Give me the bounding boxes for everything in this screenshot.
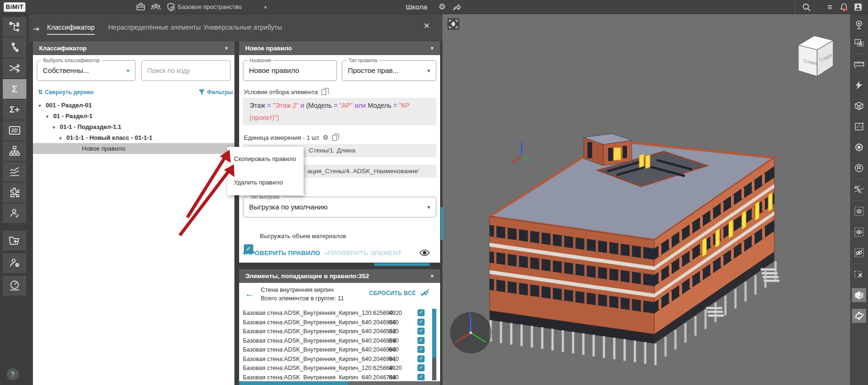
copy-icon[interactable] [332, 135, 337, 141]
bottom-scrollbar-track[interactable] [239, 381, 440, 385]
org-chart-icon[interactable] [3, 141, 26, 161]
tree-item[interactable]: ▼01-1 - Подраздел-1.1 [33, 121, 234, 132]
menu-item-delete-rule[interactable]: Удалить правило [234, 179, 283, 186]
dashboard-gauge-icon[interactable] [3, 276, 26, 296]
element-row[interactable]: Базовая стена:ADSK_Внутренняя_Кирпич_640… [243, 373, 431, 381]
3d-viewport[interactable]: Слева Сзади Z X Y [442, 14, 850, 385]
element-checkbox[interactable] [418, 355, 425, 362]
menu-item-copy-rule[interactable]: Скопировать правило [234, 155, 296, 162]
flag-marker-icon[interactable] [852, 161, 866, 175]
menu-list-icon[interactable]: ≡ [825, 2, 835, 12]
check-rule-button[interactable]: •ПРОВЕРИТЬ ПРАВИЛО [243, 249, 320, 258]
classifier-select[interactable]: Выбрать классификатор Собственны... ▼ [37, 60, 136, 81]
element-checkbox[interactable] [418, 364, 425, 371]
isolate-element-icon[interactable] [852, 204, 866, 218]
element-row[interactable]: Базовая стена:ADSK_Внутренняя_Кирпич_640… [243, 355, 431, 364]
section-box-icon[interactable] [852, 99, 866, 113]
filters-button[interactable]: Фильтры [199, 88, 233, 96]
check-element-button[interactable]: •ПРОВЕРИТЬ ЭЛЕМЕНТ [325, 249, 402, 258]
element-row[interactable]: Базовая стена:ADSK_Внутренняя_Кирпич_640… [243, 337, 431, 345]
classifier-tree-icon[interactable] [3, 17, 26, 37]
bottom-scrollbar-thumb[interactable] [239, 381, 348, 385]
selection-frames-icon[interactable] [852, 36, 866, 50]
tab-universal[interactable]: Универсальные атрибуты [203, 24, 282, 31]
relations-icon[interactable] [3, 38, 26, 57]
copy-icon[interactable] [321, 89, 326, 95]
element-checkbox[interactable] [418, 346, 425, 353]
tab-classifier[interactable]: Классификатор [47, 24, 95, 35]
element-checkbox[interactable] [418, 337, 425, 344]
charts-icon[interactable] [3, 162, 26, 182]
element-row[interactable]: Базовая стена:ADSK_Внутренняя_Кирпич_120… [243, 364, 431, 373]
add-rule-sigma-plus-icon[interactable]: Σ+ [3, 100, 26, 120]
rules-sigma-icon[interactable]: Σ [3, 79, 26, 99]
show-element-icon[interactable] [852, 225, 866, 239]
element-row[interactable]: Базовая стена:ADSK_Внутренняя_Кирпич_640… [243, 318, 431, 327]
user-account-icon[interactable] [853, 2, 863, 12]
plugins-puzzle-icon[interactable] [3, 183, 26, 202]
back-arrow-icon[interactable]: ← [245, 288, 255, 299]
classifier-panel-header[interactable]: Классификатор ▼ [33, 41, 234, 55]
topbar-separator-right [795, 1, 795, 13]
condition-expression[interactable]: Этаж = "Этаж 2" и (Модель = "АР" или Мод… [243, 98, 436, 125]
reset-all-button[interactable]: СБРОСИТЬ ВСЁ [369, 290, 416, 297]
close-icon[interactable]: × [424, 20, 430, 32]
element-checkbox[interactable] [418, 328, 425, 335]
tree-item[interactable]: ▼01-1-1 - Новый класс - 01-1-1 [33, 132, 234, 143]
vertical-scrollbar-thumb[interactable] [441, 207, 443, 240]
rule-panel-header[interactable]: Новое правило ▼ [239, 41, 440, 55]
grids-axes-icon[interactable]: 12 [852, 183, 866, 197]
hide-element-icon[interactable] [852, 246, 866, 260]
orbit-rotate-icon[interactable] [852, 309, 866, 323]
focus-target-icon[interactable] [852, 140, 866, 154]
search-icon[interactable] [801, 2, 812, 12]
briefcase-icon[interactable] [136, 2, 146, 12]
horizontal-scrollbar-thumb[interactable] [374, 263, 430, 266]
user-location-icon[interactable] [3, 253, 26, 273]
focus-frame-button[interactable] [447, 18, 459, 30]
rule-type-select[interactable]: Тип правила Простое прав... ▼ [342, 60, 436, 81]
element-row[interactable]: Базовая стена:ADSK_Внутренняя_Кирпич_640… [243, 327, 431, 336]
shield-clock-icon[interactable] [166, 2, 176, 12]
view-toolbar: 12 [850, 14, 868, 385]
notifications-bell-icon[interactable] [839, 2, 849, 12]
uncheck-all-icon[interactable] [420, 289, 430, 297]
shuffle-icon[interactable] [3, 58, 26, 78]
team-icon[interactable] [151, 2, 161, 12]
element-checkbox[interactable] [418, 309, 425, 316]
element-row[interactable]: Базовая стена:ADSK_Внутренняя_Кирпич_120… [243, 309, 431, 318]
section-cut-icon[interactable] [852, 288, 866, 302]
eye-icon[interactable] [419, 249, 430, 257]
workspace-selector[interactable]: Базовое пространство▼ [178, 0, 267, 14]
list-scrollbar-thumb[interactable] [432, 309, 436, 358]
settings-gear-icon[interactable]: ⚙ [437, 2, 447, 12]
export-type-select[interactable]: Тип выгрузки Выгрузка по умолчанию ▼ [243, 197, 436, 217]
tree-item[interactable]: ▼001 - Раздел-01 [33, 100, 234, 111]
flash-clash-icon[interactable] [852, 78, 866, 92]
export-folder-icon[interactable] [3, 231, 26, 250]
view-cube[interactable]: Слева Сзади [793, 33, 838, 80]
user-check-icon[interactable] [3, 203, 26, 223]
share-icon[interactable] [452, 2, 462, 12]
help-button[interactable]: ? [7, 368, 19, 380]
floor-plan-icon[interactable] [852, 120, 866, 134]
tab-unallocated[interactable]: Нераспределённые элементы [108, 24, 201, 31]
collapse-panel-icon[interactable]: ⇥ [33, 24, 39, 33]
environment-tree-icon[interactable] [852, 18, 866, 32]
elements-panel-header[interactable]: Элементы, попадающие в правило:352 ▼ [239, 269, 440, 283]
code-search-input[interactable] [141, 60, 231, 81]
tree-item-selected-rule[interactable]: Новое правило ⋮ [33, 143, 234, 154]
rule-name-field[interactable]: Название Новое правило [243, 60, 337, 81]
elements-list[interactable]: Базовая стена:ADSK_Внутренняя_Кирпич_120… [241, 309, 439, 380]
2d-view-icon[interactable]: 2D [3, 120, 26, 140]
measure-ruler-icon[interactable] [852, 57, 866, 72]
collapse-tree-link[interactable]: ⇅ Свернуть дерево [38, 88, 94, 96]
list-scrollbar-track[interactable] [432, 358, 436, 380]
element-row[interactable]: Базовая стена:ADSK_Внутренняя_Кирпич_640… [243, 345, 431, 354]
element-checkbox[interactable] [418, 319, 425, 326]
gear-icon[interactable]: ⚙ [322, 134, 329, 141]
element-checkbox[interactable] [418, 374, 425, 381]
orientation-gizmo[interactable]: Z X Y [449, 311, 492, 354]
clear-selection-icon[interactable] [852, 267, 866, 281]
tree-item[interactable]: ▼01 - Раздел-1 [33, 111, 234, 121]
